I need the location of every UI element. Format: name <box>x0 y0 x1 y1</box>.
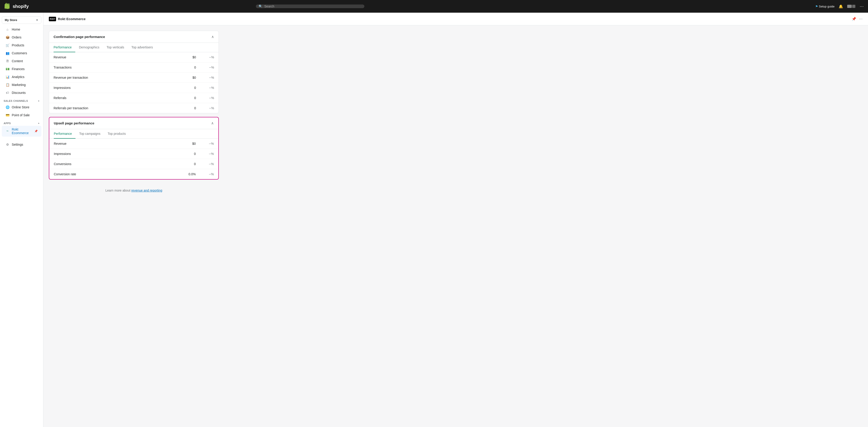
sidebar-item-point-of-sale[interactable]: 💳 Point of Sale <box>2 111 41 119</box>
sub-header-title: Rokt Ecommerce <box>58 17 86 21</box>
sidebar-item-analytics[interactable]: 📊 Analytics <box>2 73 41 81</box>
upsell-collapse-button[interactable]: ∧ <box>211 121 214 125</box>
metric-row: Impressions 0 --% <box>49 149 218 159</box>
metric-change: --% <box>196 96 214 100</box>
metric-label: Conversions <box>54 162 173 166</box>
sidebar-item-label: Marketing <box>12 83 26 87</box>
main-content: ROKT Rokt Ecommerce 📌 ⋯ Confirmation pag… <box>43 13 868 427</box>
store-selector[interactable]: My Store ▼ <box>2 16 41 24</box>
sidebar-item-discounts[interactable]: 🏷 Discounts <box>2 89 41 97</box>
point-of-sale-icon: 💳 <box>5 113 9 117</box>
sidebar-item-label: Discounts <box>12 91 26 95</box>
customers-icon: 👥 <box>5 51 9 55</box>
search-bar[interactable]: 🔍 <box>256 4 364 8</box>
metric-label: Revenue per transaction <box>54 76 174 80</box>
sidebar-item-marketing[interactable]: 📋 Marketing <box>2 81 41 89</box>
avatar-area[interactable] <box>847 5 855 8</box>
pin-icon: 📌 <box>34 130 38 133</box>
expand-apps-icon[interactable]: + <box>38 122 39 125</box>
shopify-logo: shopify <box>4 3 29 10</box>
metric-row: Referrals per transaction 0 --% <box>49 103 219 113</box>
more-options-button[interactable]: ⋯ <box>859 4 864 9</box>
pin-button[interactable]: 📌 <box>852 17 856 21</box>
metric-value: $0 <box>173 142 196 146</box>
revenue-reporting-link[interactable]: revenue and reporting <box>131 189 162 192</box>
home-icon: ⌂ <box>5 27 9 31</box>
metric-value: 0 <box>174 96 196 100</box>
metric-row: Conversions 0 --% <box>49 159 218 169</box>
metric-value: 0 <box>174 86 196 90</box>
topbar-right: ⚑ Setup guide 🔔 ⋯ <box>815 4 864 9</box>
sub-header-left: ROKT Rokt Ecommerce <box>49 17 86 21</box>
tab-top-advertisers[interactable]: Top advertisers <box>128 43 156 52</box>
sidebar-item-label: Content <box>12 59 23 63</box>
metric-label: Impressions <box>54 152 173 156</box>
sub-header: ROKT Rokt Ecommerce 📌 ⋯ <box>43 13 868 25</box>
metric-label: Revenue <box>54 142 173 146</box>
rokt-logo: ROKT <box>49 17 56 21</box>
sidebar-item-label: Online Store <box>12 105 29 109</box>
sub-header-right: 📌 ⋯ <box>852 17 863 21</box>
upsell-card-header: Upsell page performance ∧ <box>49 117 218 129</box>
search-icon: 🔍 <box>258 4 262 8</box>
metric-value: 0 <box>174 66 196 69</box>
metric-label: Impressions <box>54 86 174 90</box>
sidebar-item-orders[interactable]: 📦 Orders <box>2 33 41 41</box>
analytics-icon: 📊 <box>5 75 9 79</box>
sidebar-item-home[interactable]: ⌂ Home <box>2 26 41 33</box>
tab-top-verticals[interactable]: Top verticals <box>103 43 128 52</box>
svg-rect-0 <box>4 4 8 9</box>
metric-row: Referrals 0 --% <box>49 93 219 103</box>
sidebar-item-customers[interactable]: 👥 Customers <box>2 49 41 57</box>
metric-change: --% <box>196 142 214 146</box>
metric-value: 0 <box>173 152 196 156</box>
confirmation-card: Confirmation page performance ∧ Performa… <box>49 31 219 113</box>
sidebar-item-label: Products <box>12 43 24 47</box>
metric-value: 0 <box>173 162 196 166</box>
search-input[interactable] <box>264 4 362 8</box>
expand-sales-channels-icon[interactable]: + <box>38 99 39 102</box>
sidebar-item-label: Home <box>12 28 20 31</box>
sidebar-item-settings[interactable]: ⚙ Settings <box>2 141 41 148</box>
finances-icon: 💵 <box>5 67 9 71</box>
metric-row: Revenue per transaction $0 --% <box>49 72 219 83</box>
upsell-tab-performance[interactable]: Performance <box>54 129 75 139</box>
confirmation-collapse-button[interactable]: ∧ <box>211 35 214 39</box>
upsell-tab-top-products[interactable]: Top products <box>104 129 129 139</box>
more-button[interactable]: ⋯ <box>859 17 863 21</box>
content-icon: 🖹 <box>5 59 9 63</box>
tab-demographics[interactable]: Demographics <box>75 43 103 52</box>
sidebar-item-label: Analytics <box>12 75 24 79</box>
sales-channels-label: Sales channels <box>4 99 28 102</box>
setup-guide-button[interactable]: ⚑ Setup guide <box>815 5 835 8</box>
discounts-icon: 🏷 <box>5 91 9 95</box>
products-icon: 🛒 <box>5 43 9 47</box>
sidebar-item-products[interactable]: 🛒 Products <box>2 41 41 49</box>
metric-change: --% <box>196 172 214 176</box>
online-store-icon: 🌐 <box>5 105 9 109</box>
chevron-down-icon: ▼ <box>36 19 38 22</box>
metric-label: Conversion rate <box>54 172 173 176</box>
bell-icon: 🔔 <box>839 4 843 9</box>
confirmation-card-title: Confirmation page performance <box>54 35 105 39</box>
confirmation-tabs: Performance Demographics Top verticals T… <box>49 43 219 52</box>
sidebar-item-label: Finances <box>12 67 25 71</box>
upsell-tab-top-campaigns[interactable]: Top campaigns <box>75 129 104 139</box>
sidebar-item-online-store[interactable]: 🌐 Online Store <box>2 103 41 111</box>
sidebar-item-content[interactable]: 🖹 Content <box>2 57 41 65</box>
sidebar-item-rokt-ecommerce[interactable]: ~ Rokt Ecommerce 📌 <box>2 126 41 136</box>
avatar-secondary <box>852 5 855 8</box>
apps-section: Apps + <box>0 119 43 125</box>
rokt-icon: ~ <box>5 129 9 133</box>
notifications-button[interactable]: 🔔 <box>838 4 844 9</box>
metric-value: $0 <box>174 76 196 80</box>
metric-label: Transactions <box>54 66 174 69</box>
confirmation-card-header: Confirmation page performance ∧ <box>49 31 219 43</box>
tab-performance[interactable]: Performance <box>54 43 75 52</box>
sidebar: My Store ▼ ⌂ Home 📦 Orders 🛒 Products 👥 … <box>0 13 43 427</box>
sidebar-item-finances[interactable]: 💵 Finances <box>2 65 41 73</box>
metric-row: Transactions 0 --% <box>49 62 219 72</box>
sidebar-item-label: Rokt Ecommerce <box>12 127 32 135</box>
metric-change: --% <box>196 76 214 80</box>
apps-label: Apps <box>4 122 11 125</box>
